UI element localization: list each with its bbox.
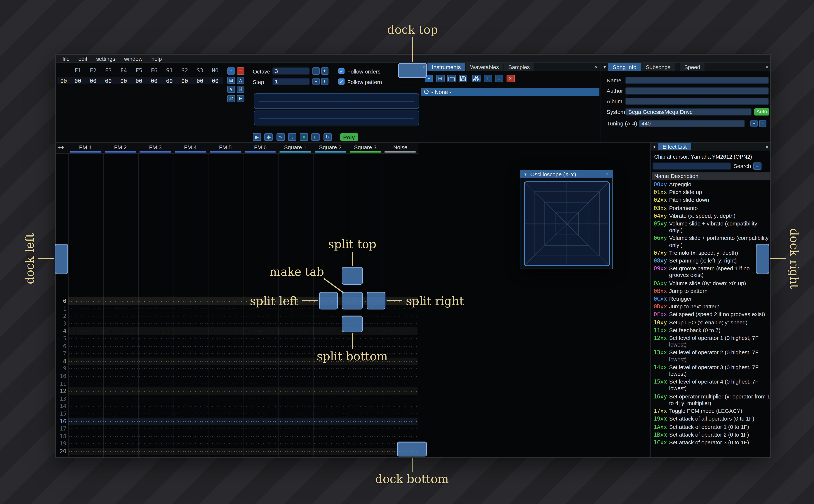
pattern-row[interactable] (68, 403, 418, 410)
tuning-decrease-button[interactable]: - (750, 120, 758, 127)
octave-increase-button[interactable]: + (321, 67, 328, 75)
effect-row[interactable]: 0FxxSet speed (speed 2 if no grooves exi… (652, 311, 770, 319)
instrument-list-item[interactable]: - None - (422, 88, 600, 96)
pattern-row[interactable] (68, 335, 418, 342)
effect-row[interactable]: 04xyVibrato (x: speed; y: depth) (652, 212, 770, 220)
effect-row[interactable]: 00xyArpeggio (652, 181, 770, 189)
duplicate-order-button[interactable]: ⊞ (227, 77, 235, 84)
orders-cell-f3[interactable]: 00 (101, 78, 116, 84)
pattern-row[interactable] (68, 440, 418, 448)
oscilloscope-title-bar[interactable]: ▼ Oscilloscope (X-Y) × (520, 170, 612, 178)
channel-header-fm-4[interactable]: FM 4 (173, 143, 208, 154)
effect-row[interactable]: 07xyTremolo (x: speed; y: depth) (652, 249, 770, 257)
menu-window[interactable]: window (120, 56, 147, 62)
edit-toggle-button[interactable]: ● (300, 133, 308, 141)
instruments-tab-instruments[interactable]: Instruments (428, 63, 465, 71)
save-instrument-button[interactable] (459, 75, 467, 82)
pattern-row[interactable] (68, 380, 418, 388)
follow-pattern-checkbox[interactable]: ✓ (338, 78, 344, 85)
menu-settings[interactable]: settings (92, 56, 120, 62)
order-edit-mode-button[interactable]: ► (237, 95, 244, 102)
effect-row[interactable]: 09xxSet groove pattern (speed 1 if no gr… (652, 265, 770, 279)
pattern-row[interactable] (68, 455, 418, 458)
channel-header-fm-2[interactable]: FM 2 (103, 143, 138, 154)
instruments-tab-wavetables[interactable]: Wavetables (466, 63, 504, 71)
octave-input[interactable]: 3 (272, 67, 310, 75)
pattern-row[interactable] (68, 410, 418, 418)
follow-orders-checkbox[interactable]: ✓ (338, 68, 344, 74)
channel-header-square-2[interactable]: Square 2 (313, 143, 348, 154)
split-bottom-target[interactable] (342, 316, 363, 332)
dock-right-target[interactable] (756, 244, 769, 274)
orders-cell-f1[interactable]: 00 (70, 78, 85, 84)
effect-row[interactable]: 08xySet panning (x: left; y: right) (652, 257, 770, 265)
orders-cell-no[interactable]: 00 (207, 78, 223, 84)
channel-header-square-3[interactable]: Square 3 (348, 143, 383, 154)
pattern-row[interactable] (68, 365, 418, 372)
orders-cell-f2[interactable]: 00 (85, 78, 101, 84)
effect-row[interactable]: 19xxSet attack of all operators (0 to 1F… (652, 415, 770, 423)
octave-decrease-button[interactable]: - (312, 67, 319, 75)
effect-row[interactable]: 02xxPitch slide down (652, 196, 770, 204)
system-auto-button[interactable]: Auto (754, 108, 769, 116)
orders-cell-s3[interactable]: 00 (192, 78, 207, 84)
close-effect-list-button[interactable]: × (763, 143, 771, 150)
tuning-input[interactable]: 440 (639, 120, 745, 127)
song-info-tab-song-info[interactable]: Song Info (608, 63, 641, 71)
step-increase-button[interactable]: + (321, 78, 328, 85)
repeat-pattern-button[interactable]: ↻ (323, 133, 331, 141)
play-one-row-button[interactable]: » (276, 133, 284, 141)
close-oscilloscope-button[interactable]: × (603, 171, 610, 177)
orders-cell-s1[interactable]: 00 (162, 78, 177, 84)
add-channel-button[interactable]: ++ (57, 144, 64, 150)
orders-row-index[interactable]: 00 (57, 78, 70, 84)
pattern-row[interactable] (68, 312, 418, 320)
effect-row[interactable]: 17xxToggle PCM mode (LEGACY) (652, 407, 770, 415)
orders-cell-f4[interactable]: 00 (116, 78, 131, 84)
collapse-arrow-icon[interactable]: ▼ (523, 172, 528, 176)
delete-instrument-button[interactable]: × (506, 75, 515, 82)
effect-search-input[interactable] (653, 162, 731, 169)
dock-bottom-target[interactable] (397, 442, 427, 456)
move-order-up-button[interactable]: ∧ (237, 77, 244, 84)
song-system-input[interactable]: Sega Genesis/Mega Drive (626, 108, 752, 116)
dock-top-target[interactable] (398, 63, 427, 78)
effect-row[interactable]: 1AxxSet attack of operator 1 (0 to 1F) (652, 423, 770, 431)
song-album-input[interactable] (626, 98, 769, 105)
collapse-arrow-icon[interactable]: ▼ (601, 63, 608, 71)
effect-row[interactable]: 0DxxJump to next pattern (652, 303, 770, 311)
effect-row[interactable]: 13xxSet level of operator 2 (0 highest, … (652, 349, 770, 363)
effect-row[interactable]: 01xxPitch slide up (652, 189, 770, 197)
effect-row[interactable]: 12xxSet level of operator 1 (0 highest, … (652, 334, 770, 349)
split-right-target[interactable] (366, 292, 385, 309)
effect-row[interactable]: 10xySetup LFO (x: enable; y: speed) (652, 319, 770, 327)
pattern-row[interactable] (68, 320, 418, 327)
effect-row[interactable]: 15xxSet level of operator 4 (0 highest, … (652, 378, 770, 393)
pattern-row[interactable] (68, 395, 418, 403)
effect-row[interactable]: 03xxPortamento (652, 204, 770, 212)
move-instrument-down-button[interactable]: ↓ (495, 75, 503, 82)
effect-list-menu-button[interactable]: ≡ (753, 162, 761, 169)
add-order-button[interactable]: + (227, 67, 235, 75)
move-order-down-button[interactable]: ∨ (227, 86, 235, 93)
menu-file[interactable]: file (58, 56, 74, 62)
pattern-row[interactable] (68, 327, 418, 335)
effect-row[interactable]: 0AxyVolume slide (0y: down; x0: up) (652, 279, 770, 287)
step-input[interactable]: 1 (272, 78, 310, 85)
move-instrument-up-button[interactable]: ↑ (484, 75, 492, 82)
toggle-folders-button[interactable] (472, 75, 481, 82)
instruments-tab-samples[interactable]: Samples (504, 63, 534, 71)
pattern-row[interactable] (68, 342, 418, 350)
pattern-row[interactable] (68, 372, 418, 380)
pattern-row[interactable] (68, 433, 418, 440)
effect-row[interactable]: 16xySet operator multiplier (x: operator… (652, 393, 770, 407)
menu-help[interactable]: help (147, 56, 166, 62)
effect-row[interactable]: 0CxxRetrigger (652, 295, 770, 303)
orders-cell-s2[interactable]: 00 (177, 78, 192, 84)
close-instruments-button[interactable]: × (592, 63, 601, 71)
open-instrument-button[interactable] (448, 75, 456, 82)
tab-effect-list[interactable]: Effect List (658, 143, 691, 150)
pattern-row[interactable] (68, 388, 418, 395)
order-change-all-button[interactable]: ⇄ (227, 95, 235, 102)
step-decrease-button[interactable]: - (312, 78, 319, 85)
